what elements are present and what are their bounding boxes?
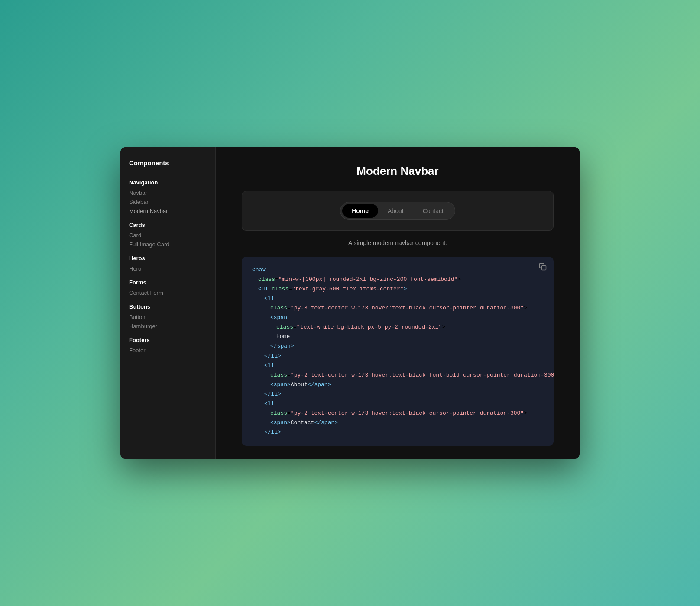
nav-description: A simple modern navbar component. (348, 239, 447, 246)
nav-pill-home[interactable]: Home (342, 204, 378, 218)
code-line-3: <ul class="text-gray-500 flex items-cent… (252, 284, 543, 294)
navbar-preview: Home About Contact (242, 191, 554, 231)
code-line-18: </li> (252, 428, 543, 437)
svg-rect-0 (542, 265, 546, 270)
main-panel: Modern Navbar Home About Contact A simpl… (216, 147, 580, 459)
sidebar-item-hero[interactable]: Hero (129, 264, 207, 273)
sidebar-group-forms: Forms (129, 279, 207, 286)
sidebar-item-contact-form[interactable]: Contact Form (129, 288, 207, 297)
main-content: Modern Navbar Home About Contact A simpl… (216, 147, 580, 459)
code-line-9: </span> (252, 342, 543, 351)
sidebar-group-footers: Footers (129, 337, 207, 343)
code-line-6: <span (252, 313, 543, 322)
sidebar-title: Components (129, 159, 207, 167)
page-title: Modern Navbar (356, 164, 438, 178)
code-line-7: class="text-white bg-black px-5 py-2 rou… (252, 322, 543, 332)
code-line-11: <li (252, 361, 543, 371)
copy-button[interactable] (539, 263, 547, 272)
nav-pill-contact[interactable]: Contact (413, 204, 453, 218)
code-line-13: <span>About</span> (252, 380, 543, 390)
nav-pill-about[interactable]: About (378, 204, 413, 218)
sidebar-item-card[interactable]: Card (129, 231, 207, 240)
sidebar-item-full-image-card[interactable]: Full Image Card (129, 240, 207, 249)
sidebar-group-cards: Cards (129, 222, 207, 228)
code-line-2: class="min-w-[300px] rounded-2xl bg-zinc… (252, 275, 543, 284)
sidebar-item-hamburger[interactable]: Hamburger (129, 322, 207, 331)
code-line-1: <nav (252, 265, 543, 275)
sidebar-item-footer[interactable]: Footer (129, 346, 207, 355)
code-line-15: <li (252, 399, 543, 409)
nav-pill: Home About Contact (340, 202, 455, 220)
app-window: Components Navigation Navbar Sidebar Mod… (120, 147, 580, 459)
sidebar: Components Navigation Navbar Sidebar Mod… (120, 147, 216, 459)
code-line-12: class="py-2 text-center w-1/3 hover:text… (252, 371, 543, 380)
code-line-4: <li (252, 294, 543, 303)
code-block: <nav class="min-w-[300px] rounded-2xl bg… (242, 257, 554, 446)
sidebar-item-sidebar[interactable]: Sidebar (129, 197, 207, 206)
code-line-16: class="py-2 text-center w-1/3 hover:text… (252, 409, 543, 418)
sidebar-divider (129, 171, 207, 171)
sidebar-item-button[interactable]: Button (129, 313, 207, 322)
code-line-10: </li> (252, 351, 543, 361)
sidebar-group-buttons: Buttons (129, 303, 207, 310)
sidebar-group-navigation: Navigation (129, 179, 207, 186)
code-line-8: Home (252, 332, 543, 342)
code-line-17: <span>Contact</span> (252, 418, 543, 428)
sidebar-item-navbar[interactable]: Navbar (129, 188, 207, 197)
code-line-5: class="py-3 text-center w-1/3 hover:text… (252, 303, 543, 313)
code-line-14: </li> (252, 390, 543, 399)
sidebar-group-heros: Heros (129, 255, 207, 261)
sidebar-item-modern-navbar[interactable]: Modern Navbar (129, 206, 207, 216)
